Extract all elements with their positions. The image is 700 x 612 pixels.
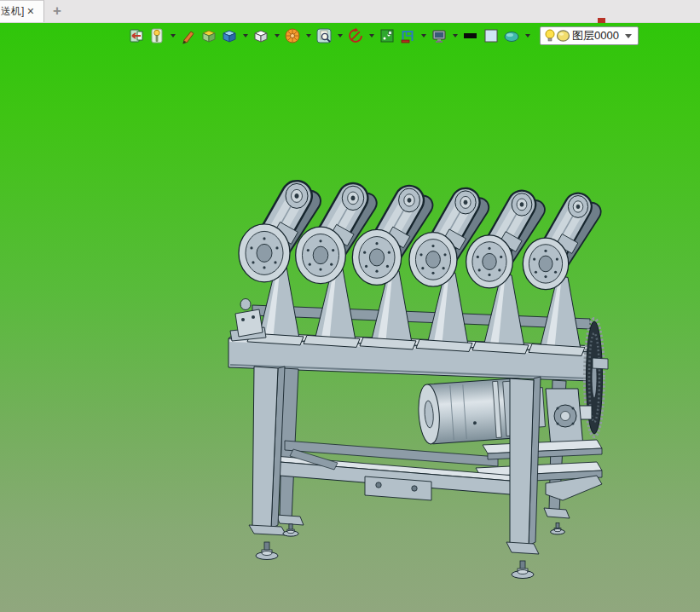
material-cube-icon[interactable] [200,27,217,44]
gearbox [546,389,583,447]
display-monitor-icon[interactable] [431,27,448,44]
surface-style-icon[interactable] [503,27,520,44]
rotate-view-icon[interactable] [347,27,364,44]
dropdown-arrow-icon[interactable] [273,27,281,44]
render-cube-blue-icon[interactable] [221,27,238,44]
leveling-foot [283,524,298,536]
dropdown-arrow-icon[interactable] [419,27,427,44]
scene-table-icon[interactable] [399,27,416,44]
dropdown-arrow-icon[interactable] [241,27,249,44]
dropdown-arrow-icon[interactable] [336,27,344,44]
viewport: 图层0000 [0,23,700,612]
dropdown-arrow-icon[interactable] [451,27,459,44]
dropdown-arrow-icon[interactable] [304,27,312,44]
layer-combo-value: 图层0000 [572,28,622,43]
line-style-icon[interactable] [462,27,479,44]
dropdown-arrow-icon[interactable] [169,27,176,44]
brush-icon[interactable] [180,27,197,44]
front-right-leg [506,377,541,554]
leveling-foot [551,523,565,534]
render-toolbar: 图层0000 [128,25,639,47]
color-wheel-icon[interactable] [284,27,301,44]
leveling-foot [256,542,278,560]
viewport-3d-model[interactable] [0,0,700,612]
light-bulb-icon [544,28,556,43]
background-color-icon[interactable] [483,27,500,44]
pin-icon[interactable] [148,27,165,44]
exit-icon[interactable] [128,27,145,44]
left-bracket [230,299,266,342]
dropdown-arrow-icon[interactable] [367,27,375,44]
dropdown-arrow-icon[interactable] [524,27,531,44]
texture-board-icon[interactable] [379,27,396,44]
combo-dropdown-arrow-icon[interactable] [622,34,634,38]
layer-combo[interactable]: 图层0000 [540,26,639,45]
render-cube-white-icon[interactable] [252,27,269,44]
preview-document-icon[interactable] [315,27,333,44]
leveling-foot [512,561,534,579]
layer-color-icon [556,29,570,43]
